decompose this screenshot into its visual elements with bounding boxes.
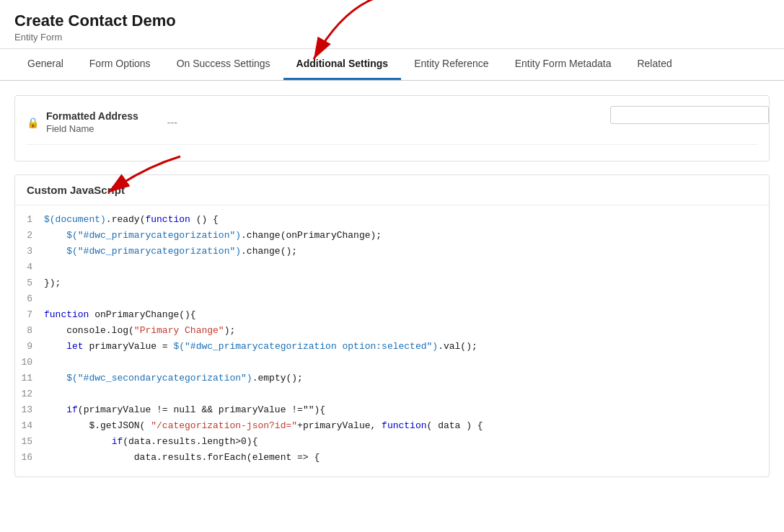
code-line: 5}); xyxy=(15,278,769,293)
line-content xyxy=(44,357,769,368)
code-line: 12 xyxy=(15,389,769,404)
tab-on-success[interactable]: On Success Settings xyxy=(164,49,283,80)
line-content: $.getJSON( "/categorization-json?id="+pr… xyxy=(44,420,769,431)
line-number: 12 xyxy=(15,389,44,399)
code-line: 3 $("#dwc_primarycategorization").change… xyxy=(15,246,769,262)
code-line: 7function onPrimaryChange(){ xyxy=(15,309,769,325)
main-content: 🔒 Formatted Address Field Name --- C xyxy=(0,81,784,492)
line-number: 11 xyxy=(15,373,44,384)
line-number: 6 xyxy=(15,293,44,304)
line-number: 4 xyxy=(15,262,44,272)
line-content xyxy=(44,262,769,272)
code-line: 15 if(data.results.length>0){ xyxy=(15,436,769,452)
formatted-address-label: Formatted Address xyxy=(46,110,138,122)
line-number: 1 xyxy=(15,214,44,225)
line-number: 5 xyxy=(15,278,44,288)
custom-js-title: Custom JavaScript xyxy=(15,175,769,205)
custom-js-section: Custom JavaScript 1$(document).ready(fun… xyxy=(14,174,770,477)
code-line: 4 xyxy=(15,262,769,278)
line-content: let primaryValue = $("#dwc_primarycatego… xyxy=(44,341,769,352)
line-number: 3 xyxy=(15,246,44,257)
field-name-label: Field Name xyxy=(46,123,138,134)
line-content: function onPrimaryChange(){ xyxy=(44,309,769,320)
code-line: 14 $.getJSON( "/categorization-json?id="… xyxy=(15,420,769,436)
line-content: }); xyxy=(44,278,769,288)
line-content: data.results.forEach(element => { xyxy=(44,452,769,463)
line-content: console.log("Primary Change"); xyxy=(44,325,769,336)
code-line: 10 xyxy=(15,357,769,373)
code-line: 6 xyxy=(15,293,769,309)
code-line: 8 console.log("Primary Change"); xyxy=(15,325,769,341)
line-content: $(document).ready(function () { xyxy=(44,214,769,225)
line-number: 8 xyxy=(15,325,44,336)
tab-entity-reference[interactable]: Entity Reference xyxy=(401,49,502,80)
tab-general[interactable]: General xyxy=(14,49,76,80)
tab-bar: General Form Options On Success Settings… xyxy=(0,49,784,81)
line-number: 10 xyxy=(15,357,44,368)
line-number: 14 xyxy=(15,420,44,431)
tab-form-options[interactable]: Form Options xyxy=(76,49,164,80)
code-line: 9 let primaryValue = $("#dwc_primarycate… xyxy=(15,341,769,357)
page-header: Create Contact Demo Entity Form xyxy=(0,0,784,49)
formatted-address-section: 🔒 Formatted Address Field Name --- xyxy=(14,95,770,161)
line-number: 2 xyxy=(15,230,44,241)
code-line: 16 data.results.forEach(element => { xyxy=(15,452,769,468)
line-number: 16 xyxy=(15,452,44,463)
tab-entity-form-metadata[interactable]: Entity Form Metadata xyxy=(502,49,625,80)
code-editor[interactable]: 1$(document).ready(function () {2 $("#dw… xyxy=(15,205,769,476)
line-content xyxy=(44,389,769,399)
formatted-address-label-group: Formatted Address Field Name xyxy=(46,110,138,134)
page-subtitle: Entity Form xyxy=(14,32,770,43)
code-line: 2 $("#dwc_primarycategorization").change… xyxy=(15,230,769,246)
code-line: 1$(document).ready(function () { xyxy=(15,214,769,230)
line-number: 7 xyxy=(15,309,44,320)
line-content: $("#dwc_primarycategorization").change()… xyxy=(44,246,769,257)
lock-icon: 🔒 xyxy=(27,117,39,128)
formatted-address-value: --- xyxy=(167,117,177,128)
section-divider xyxy=(27,144,757,145)
line-content: if(primaryValue != null && primaryValue … xyxy=(44,404,769,415)
line-number: 13 xyxy=(15,404,44,415)
formatted-address-input[interactable] xyxy=(610,106,769,124)
tab-additional-settings[interactable]: Additional Settings xyxy=(283,49,402,80)
line-content: if(data.results.length>0){ xyxy=(44,436,769,447)
line-number: 15 xyxy=(15,436,44,447)
code-line: 13 if(primaryValue != null && primaryVal… xyxy=(15,404,769,420)
line-content: $("#dwc_primarycategorization").change(o… xyxy=(44,230,769,241)
line-number: 9 xyxy=(15,341,44,352)
line-content xyxy=(44,293,769,304)
page-title: Create Contact Demo xyxy=(14,12,770,30)
line-content: $("#dwc_secondarycategorization").empty(… xyxy=(44,373,769,384)
tab-related[interactable]: Related xyxy=(624,49,684,80)
code-line: 11 $("#dwc_secondarycategorization").emp… xyxy=(15,373,769,389)
